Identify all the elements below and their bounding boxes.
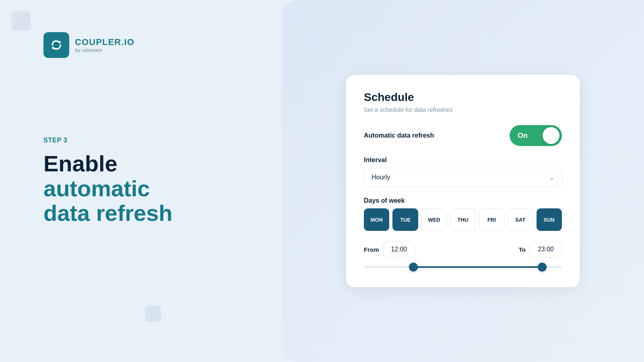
- to-group: To: [519, 241, 562, 257]
- bg-decoration-bottom: [145, 306, 161, 322]
- day-thu[interactable]: THU: [450, 208, 475, 231]
- heading-line1: Enable: [43, 151, 118, 176]
- time-section: From To: [364, 241, 562, 271]
- from-label: From: [364, 246, 379, 253]
- days-label: Days of week: [364, 197, 562, 204]
- day-sat[interactable]: SAT: [508, 208, 533, 231]
- bg-decoration-top: [11, 11, 31, 31]
- right-panel: Schedule Set a schedule for data refresh…: [282, 0, 644, 362]
- heading-line3: data refresh: [43, 200, 173, 226]
- logo-icon: [43, 32, 69, 58]
- logo-name: COUPLER.IO: [75, 37, 134, 47]
- logo-text: COUPLER.IO by railsware: [75, 37, 134, 53]
- from-input[interactable]: [383, 241, 415, 257]
- svg-point-1: [52, 47, 54, 49]
- toggle-switch[interactable]: On: [510, 125, 562, 146]
- to-label: To: [519, 246, 526, 253]
- interval-label: Interval: [364, 156, 562, 164]
- toggle-track: On: [510, 125, 562, 146]
- main-heading: Enable automatic data refresh: [43, 151, 229, 226]
- step-label: STEP 3: [43, 137, 229, 144]
- days-section: Days of week MON TUE WED THU FRI SAT SUN: [364, 197, 562, 231]
- time-row: From To: [364, 241, 562, 257]
- logo: COUPLER.IO by railsware: [43, 32, 134, 58]
- card-title: Schedule: [364, 91, 562, 104]
- toggle-thumb: [543, 127, 559, 144]
- interval-wrapper: Hourly Daily Weekly Monthly ⌄: [364, 168, 562, 187]
- day-tue[interactable]: TUE: [392, 208, 418, 231]
- day-fri[interactable]: FRI: [479, 208, 504, 231]
- card-subtitle: Set a schedule for data refreshes: [364, 106, 562, 113]
- to-input[interactable]: [530, 241, 562, 257]
- slider-thumb-left[interactable]: [409, 263, 418, 272]
- left-panel: STEP 3 Enable automatic data refresh: [43, 137, 229, 226]
- slider-fill: [413, 266, 542, 268]
- interval-select[interactable]: Hourly Daily Weekly Monthly: [364, 168, 562, 187]
- day-wed[interactable]: WED: [421, 208, 447, 231]
- day-sun[interactable]: SUN: [537, 208, 562, 231]
- slider-track: [364, 266, 562, 268]
- from-group: From: [364, 241, 415, 257]
- schedule-card: Schedule Set a schedule for data refresh…: [346, 75, 580, 287]
- toggle-label: Automatic data refresh: [364, 132, 434, 139]
- svg-point-0: [58, 41, 61, 43]
- logo-sub: by railsware: [75, 47, 134, 53]
- time-slider[interactable]: [364, 263, 562, 271]
- heading-line2: automatic: [43, 175, 150, 201]
- toggle-row: Automatic data refresh On: [364, 125, 562, 146]
- toggle-state-text: On: [518, 132, 528, 140]
- slider-thumb-right[interactable]: [538, 263, 547, 272]
- day-mon[interactable]: MON: [364, 208, 389, 231]
- days-row: MON TUE WED THU FRI SAT SUN: [364, 208, 562, 231]
